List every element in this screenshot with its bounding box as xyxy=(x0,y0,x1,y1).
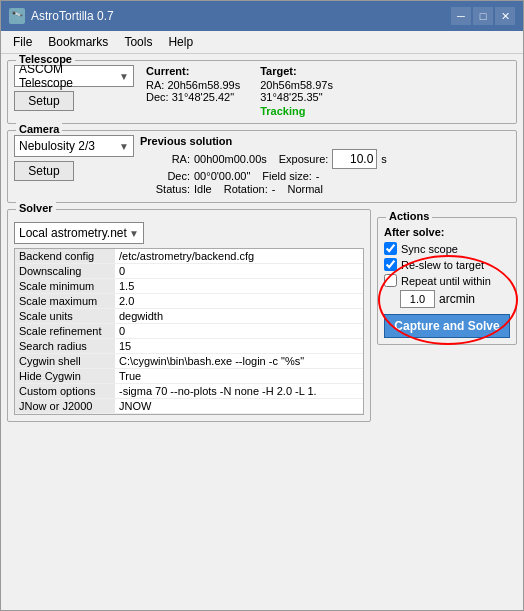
tracking-status: Tracking xyxy=(260,105,333,117)
prev-solution: Previous solution RA: 00h00m00.00s Expos… xyxy=(140,135,510,196)
solver-key: Scale minimum xyxy=(15,279,115,294)
camera-select[interactable]: Nebulosity 2/3 ▼ xyxy=(14,135,134,157)
arcmin-row: arcmin xyxy=(400,290,510,308)
actions-group: Actions After solve: Sync scope Re-slew … xyxy=(377,217,517,345)
solver-key: Hide Cygwin xyxy=(15,369,115,384)
table-row: Cygwin shellC:\cygwin\bin\bash.exe --log… xyxy=(15,354,363,369)
actions-section: Actions After solve: Sync scope Re-slew … xyxy=(377,209,517,428)
exposure-unit: s xyxy=(381,153,387,165)
table-row: Scale refinement0 xyxy=(15,324,363,339)
camera-left: Nebulosity 2/3 ▼ Setup xyxy=(14,135,134,196)
status-value: Idle xyxy=(194,183,212,195)
after-solve-label: After solve: xyxy=(384,226,510,238)
camera-setup-button[interactable]: Setup xyxy=(14,161,74,181)
table-row: Hide CygwinTrue xyxy=(15,369,363,384)
target-ra: 20h56m58.97s xyxy=(260,79,333,91)
camera-group-label: Camera xyxy=(16,123,62,135)
solver-key: JNow or J2000 xyxy=(15,399,115,414)
chevron-down-icon: ▼ xyxy=(119,141,129,152)
menu-bar: File Bookmarks Tools Help xyxy=(1,31,523,54)
solver-value: 0 xyxy=(115,324,363,339)
camera-group: Camera Nebulosity 2/3 ▼ Setup Previous s… xyxy=(7,130,517,203)
solver-value: /etc/astrometry/backend.cfg xyxy=(115,249,363,264)
solver-value: True xyxy=(115,369,363,384)
reslew-label: Re-slew to target xyxy=(401,259,484,271)
solver-value: JNOW xyxy=(115,399,363,414)
solver-key: Scale refinement xyxy=(15,324,115,339)
table-row: Scale maximum2.0 xyxy=(15,294,363,309)
ra-row: RA: 00h00m00.00s Exposure: s xyxy=(140,149,510,169)
solver-group: Solver Local astrometry.net ▼ Backend co… xyxy=(7,209,371,422)
target-coords: Target: 20h56m58.97s 31°48'25.35" Tracki… xyxy=(260,65,333,117)
solver-params-table: Backend config/etc/astrometry/backend.cf… xyxy=(15,249,363,414)
solver-value: 2.0 xyxy=(115,294,363,309)
solver-value: degwidth xyxy=(115,309,363,324)
solver-backend: Local astrometry.net ▼ xyxy=(14,222,364,244)
telescope-select[interactable]: ASCOM Telescope ▼ xyxy=(14,65,134,87)
repeat-row: Repeat until within xyxy=(384,274,510,287)
current-label: Current: xyxy=(146,65,240,77)
table-row: Downscaling0 xyxy=(15,264,363,279)
repeat-label: Repeat until within xyxy=(401,275,491,287)
table-row: Custom options-sigma 70 --no-plots -N no… xyxy=(15,384,363,399)
current-ra: RA: 20h56m58.99s xyxy=(146,79,240,91)
coords-section: Current: RA: 20h56m58.99s Dec: 31°48'25.… xyxy=(146,65,333,117)
solver-key: Custom options xyxy=(15,384,115,399)
table-row: Scale unitsdegwidth xyxy=(15,309,363,324)
solver-key: Downscaling xyxy=(15,264,115,279)
rotation-label: Rotation: xyxy=(224,183,268,195)
chevron-down-icon: ▼ xyxy=(119,71,129,82)
title-bar: 🔭 AstroTortilla 0.7 ─ □ ✕ xyxy=(1,1,523,31)
solver-key: Backend config xyxy=(15,249,115,264)
table-row: Search radius15 xyxy=(15,339,363,354)
solver-table: Backend config/etc/astrometry/backend.cf… xyxy=(14,248,364,415)
ra-label: RA: xyxy=(140,153,190,165)
sync-scope-checkbox[interactable] xyxy=(384,242,397,255)
field-size-label: Field size: xyxy=(262,170,312,182)
app-icon: 🔭 xyxy=(9,8,25,24)
table-row: JNow or J2000JNOW xyxy=(15,399,363,414)
table-row: Scale minimum1.5 xyxy=(15,279,363,294)
minimize-button[interactable]: ─ xyxy=(451,7,471,25)
telescope-group-label: Telescope xyxy=(16,54,75,65)
telescope-left: ASCOM Telescope ▼ Setup xyxy=(14,65,134,111)
solver-group-label: Solver xyxy=(16,202,56,214)
maximize-button[interactable]: □ xyxy=(473,7,493,25)
menu-tools[interactable]: Tools xyxy=(116,33,160,51)
solver-key: Cygwin shell xyxy=(15,354,115,369)
prev-solution-label: Previous solution xyxy=(140,135,510,147)
telescope-row: ASCOM Telescope ▼ Setup Current: RA: 20h… xyxy=(14,65,510,117)
rotation-value: - xyxy=(272,183,276,195)
app-title: AstroTortilla 0.7 xyxy=(31,9,451,23)
field-size-value: - xyxy=(316,170,320,182)
normal-label: Normal xyxy=(287,183,322,195)
status-label: Status: xyxy=(140,183,190,195)
ra-value: 00h00m00.00s xyxy=(194,153,267,165)
solver-key: Search radius xyxy=(15,339,115,354)
arcmin-input[interactable] xyxy=(400,290,435,308)
current-coords: Current: RA: 20h56m58.99s Dec: 31°48'25.… xyxy=(146,65,240,117)
capture-solve-button[interactable]: Capture and Solve xyxy=(384,314,510,338)
menu-file[interactable]: File xyxy=(5,33,40,51)
solver-key: Scale units xyxy=(15,309,115,324)
dec-row: Dec: 00°0'00.00" Field size: - xyxy=(140,170,510,182)
window-controls: ─ □ ✕ xyxy=(451,7,515,25)
sync-scope-row: Sync scope xyxy=(384,242,510,255)
close-button[interactable]: ✕ xyxy=(495,7,515,25)
sync-scope-label: Sync scope xyxy=(401,243,458,255)
solver-backend-select[interactable]: Local astrometry.net ▼ xyxy=(14,222,144,244)
main-content: Telescope ASCOM Telescope ▼ Setup Curren… xyxy=(1,54,523,610)
telescope-setup-button[interactable]: Setup xyxy=(14,91,74,111)
menu-bookmarks[interactable]: Bookmarks xyxy=(40,33,116,51)
status-row: Status: Idle Rotation: - Normal xyxy=(140,183,510,195)
reslew-checkbox[interactable] xyxy=(384,258,397,271)
table-row: Backend config/etc/astrometry/backend.cf… xyxy=(15,249,363,264)
menu-help[interactable]: Help xyxy=(160,33,201,51)
solver-value: 15 xyxy=(115,339,363,354)
exposure-label: Exposure: xyxy=(279,153,329,165)
dec-label: Dec: xyxy=(140,170,190,182)
solver-value: -sigma 70 --no-plots -N none -H 2.0 -L 1… xyxy=(115,384,363,399)
exposure-input[interactable] xyxy=(332,149,377,169)
repeat-checkbox[interactable] xyxy=(384,274,397,287)
dec-value: 00°0'00.00" xyxy=(194,170,250,182)
